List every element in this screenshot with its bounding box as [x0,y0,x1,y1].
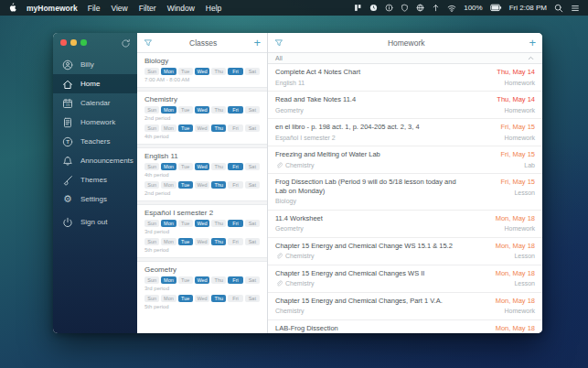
minimize-button[interactable] [70,39,77,46]
homework-row[interactable]: LAB-Frog DissectionMon, May 18 [268,320,542,334]
arrow-up-icon[interactable] [432,4,440,12]
homework-header: Homework + [268,33,542,53]
app-menu-title[interactable]: myHomework [27,4,78,13]
sidebar-item-announcements[interactable]: Announcements [53,151,137,170]
class-item[interactable]: BiologySunMonTueWedThuFriSat7:00 AM - 8:… [137,53,267,87]
day-pill-row: SunMonTueWedThuFriSat [144,220,260,227]
homework-row[interactable]: en el libro - p. 198 act. 1, p. 204-205 … [268,119,542,146]
menubar-menus: FileViewFilterWindowHelp [88,4,222,13]
sidebar-item-home[interactable]: Home [53,74,137,93]
sidebar-item-label: Settings [80,195,107,203]
homework-row[interactable]: Complete Act 4 Notes ChartEnglish 11Thu,… [268,64,542,92]
app-window: BillyHome15CalendarHomeworkTTeachersAnno… [53,33,542,333]
homework-row-right: Fri, May 15Homework [500,123,535,142]
globe-icon[interactable] [416,4,424,12]
close-button[interactable] [60,39,67,46]
day-pill-sat: Sat [245,163,260,170]
battery-percent: 100% [464,4,482,12]
schedule-label: 4th period [144,172,260,179]
day-pill-mon: Mon [161,181,176,189]
homework-row-left: Chapter 15 Energy and Chemical Changes W… [275,269,424,288]
sync-icon[interactable] [121,38,131,49]
filter-icon[interactable] [144,38,153,48]
add-class-button[interactable]: + [253,36,261,49]
menubar-clock[interactable]: Fri 2:08 PM [509,4,547,12]
sidebar-item-billy[interactable]: Billy [53,55,137,74]
menu-file[interactable]: File [88,4,101,13]
day-pill-thu: Thu [211,163,226,170]
class-item[interactable]: English 11SunMonTueWedThuFriSat4th perio… [137,148,267,200]
homework-panel: Homework + All Complete Act 4 Notes Char… [268,33,542,333]
homework-class: Biology [275,198,464,205]
filter-icon[interactable] [274,38,283,48]
info-icon[interactable] [385,4,393,12]
schedule-label: 3rd period [144,229,260,235]
homework-title: Homework [283,38,529,48]
notification-list-icon[interactable] [571,4,580,13]
menu-view[interactable]: View [111,4,127,13]
homework-row[interactable]: Freezing and Melting of Water LabChemist… [268,146,542,174]
day-pill-wed: Wed [195,238,209,245]
day-pill-fri: Fri [228,181,242,189]
day-pill-sun: Sun [144,106,159,114]
homework-row[interactable]: Chapter 15 Energy and Chemical Changes, … [268,293,542,320]
day-pill-sat: Sat [245,295,260,302]
tiles-icon[interactable] [354,4,362,12]
homework-category: Lesson [496,253,535,260]
day-pill-fri: Fri [228,295,242,302]
class-name: Español I semester 2 [144,209,260,217]
class-name: Chemistry [144,95,260,103]
clock-icon[interactable] [369,4,378,12]
class-name: Biology [144,57,260,65]
battery-icon[interactable] [490,4,502,12]
homework-row-left: Chapter 15 Energy and Chemical Change WS… [275,242,453,261]
menu-window[interactable]: Window [167,4,195,13]
homework-row[interactable]: 11.4 WorksheetGeometryMon, May 18Homewor… [268,211,542,238]
day-pill-row: SunMonTueWedThuFriSat [144,163,260,170]
sidebar-item-calendar[interactable]: 15Calendar [53,93,137,113]
menu-bar: myHomework FileViewFilterWindowHelp 100%… [0,0,588,16]
day-pill-wed: Wed [195,295,209,302]
menu-help[interactable]: Help [206,4,221,13]
add-homework-button[interactable]: + [529,36,536,49]
day-pill-fri: Fri [228,220,242,227]
gear-icon: ⚙ [62,194,73,204]
group-header-all[interactable]: All [268,53,542,64]
day-pill-thu: Thu [211,276,226,284]
homework-category: Homework [497,80,535,87]
search-icon[interactable] [554,4,563,13]
homework-class: Chemistry [275,162,380,169]
class-item[interactable]: ChemistrySunMonTueWedThuFriSat2nd period… [137,92,267,144]
apple-menu-icon[interactable] [8,3,16,13]
homework-title: Freezing and Melting of Water Lab [275,150,380,159]
classes-list: BiologySunMonTueWedThuFriSat7:00 AM - 8:… [137,53,267,333]
class-item[interactable]: Español I semester 2SunMonTueWedThuFriSa… [137,205,267,257]
due-date: Fri, May 15 [500,123,535,132]
day-pill-tue: Tue [178,163,193,170]
sidebar-item-themes[interactable]: Themes [53,170,137,189]
class-item[interactable]: GeometrySunMonTueWedThuFriSat3rd periodS… [137,262,267,314]
sidebar-item-sign-out[interactable]: Sign out [53,212,137,232]
homework-row-left: en el libro - p. 198 act. 1, p. 204-205 … [275,123,420,142]
sidebar-item-teachers[interactable]: TTeachers [53,132,137,151]
svg-text:15: 15 [66,103,70,107]
menu-filter[interactable]: Filter [139,4,156,13]
homework-row[interactable]: Chapter 15 Energy and Chemical Changes W… [268,265,542,293]
shield-icon[interactable] [401,4,409,12]
window-controls [60,39,87,46]
wifi-icon[interactable] [447,4,456,13]
homework-row[interactable]: Chapter 15 Energy and Chemical Change WS… [268,238,542,265]
day-pill-sun: Sun [144,124,159,132]
zoom-button[interactable] [80,39,87,46]
class-label: Chemistry [285,253,315,260]
homework-row-right: Mon, May 18Homework [496,297,535,316]
day-pill-tue: Tue [178,124,193,132]
sidebar-item-homework[interactable]: Homework [53,113,137,132]
day-pill-wed: Wed [195,220,209,227]
homework-row[interactable]: Frog Dissection Lab (Period 9 will do 5/… [268,174,542,211]
homework-row[interactable]: Read and Take Notes 11.4GeometryThu, May… [268,92,542,119]
chevron-up-icon[interactable] [527,54,535,62]
class-label: Geometry [275,225,304,233]
classes-title: Classes [153,38,253,48]
sidebar-item-settings[interactable]: ⚙Settings [53,189,137,209]
